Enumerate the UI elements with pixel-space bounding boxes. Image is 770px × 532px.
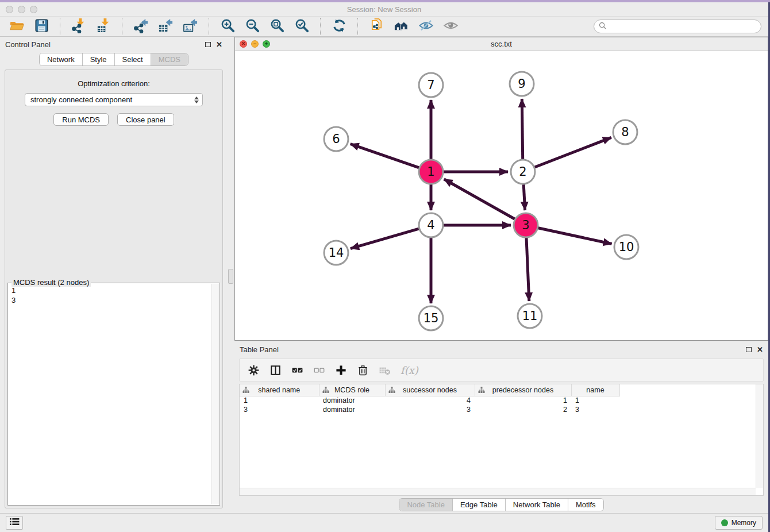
table-cell: dominator (319, 405, 385, 414)
graph-edge-2-8[interactable] (535, 137, 611, 167)
zoom-in-button[interactable] (218, 18, 237, 35)
table-cell: 1 (475, 396, 571, 405)
result-scrollbar[interactable] (211, 284, 219, 504)
table-row[interactable]: 1dominator411 (240, 396, 619, 405)
float-table-panel-icon[interactable] (746, 347, 752, 352)
new-network-from-selection-button[interactable] (367, 18, 386, 35)
graph-edge-2-9[interactable] (522, 99, 522, 159)
control-panel-header: Control Panel ✕ (0, 37, 228, 52)
delete-columns-icon[interactable] (357, 364, 369, 376)
column-header-name[interactable]: name (571, 384, 619, 396)
optimization-criterion-label: Optimization criterion: (78, 79, 150, 88)
first-neighbors-button[interactable] (391, 18, 411, 35)
table-cell: 1 (571, 396, 619, 405)
graph-node-label: 11 (522, 309, 538, 323)
save-session-button[interactable] (32, 18, 51, 35)
table-cell: 2 (475, 405, 571, 414)
table-horizontal-scrollbar[interactable] (240, 488, 756, 495)
graph-edge-4-14[interactable] (351, 229, 419, 249)
export-table-button[interactable] (156, 18, 175, 35)
tab-select[interactable]: Select (115, 53, 151, 65)
graph-edge-3-10[interactable] (538, 228, 612, 244)
criterion-dropdown[interactable]: strongly connected component (25, 93, 203, 106)
window-title: Session: New Session (0, 5, 768, 14)
two-houses-icon (394, 18, 409, 36)
export-image-button[interactable] (180, 18, 200, 35)
node-table[interactable]: shared name MCDS role successor nodes pr… (239, 384, 764, 496)
tab-motifs[interactable]: Motifs (568, 499, 603, 511)
refresh-icon (332, 18, 347, 36)
column-tree-icon (388, 387, 395, 395)
zoom-fit-button[interactable] (267, 18, 287, 35)
delete-table-icon (379, 364, 391, 376)
close-panel-icon[interactable]: ✕ (216, 41, 222, 48)
tab-network-table[interactable]: Network Table (506, 499, 568, 511)
memory-button-label: Memory (732, 519, 756, 527)
graph-node-label: 6 (332, 132, 340, 146)
close-panel-button[interactable]: Close panel (117, 113, 174, 126)
zoom-out-icon (245, 18, 260, 36)
network-canvas[interactable]: 7968124314101511 (235, 51, 768, 340)
task-history-button[interactable] (6, 516, 23, 530)
toolbar-separator (357, 18, 358, 35)
show-all-button[interactable] (441, 18, 460, 35)
tab-network[interactable]: Network (40, 53, 83, 65)
mcds-result-list[interactable]: 1 3 (9, 284, 211, 504)
memory-button[interactable]: Memory (715, 516, 763, 530)
tab-mcds[interactable]: MCDS (151, 53, 188, 65)
table-mode-gear-icon[interactable] (248, 364, 260, 376)
application-window: Session: New Session (0, 0, 770, 532)
import-network-icon (71, 18, 87, 36)
search-field[interactable] (594, 20, 761, 33)
table-cell: dominator (319, 396, 385, 405)
graph-node-label: 7 (427, 78, 434, 92)
export-network-button[interactable] (131, 18, 151, 35)
float-panel-icon[interactable] (205, 42, 211, 47)
search-icon (599, 21, 606, 32)
table-cell: 3 (240, 405, 319, 414)
tab-node-table[interactable]: Node Table (399, 499, 453, 511)
graph-edge-3-11[interactable] (526, 238, 529, 301)
close-table-panel-icon[interactable]: ✕ (757, 346, 763, 353)
column-header-mcds-role[interactable]: MCDS role (319, 384, 385, 396)
import-network-button[interactable] (69, 18, 88, 35)
node-table-body: 1dominator4113dominator323 (240, 396, 619, 414)
select-all-columns-icon[interactable] (291, 364, 303, 376)
table-row[interactable]: 3dominator323 (240, 405, 619, 414)
tab-style[interactable]: Style (83, 53, 115, 65)
import-table-icon (96, 18, 111, 36)
apply-function-icon: f(x) (401, 364, 418, 376)
refresh-view-button[interactable] (329, 18, 349, 35)
graph-edge-1-6[interactable] (351, 144, 419, 168)
window-titlebar[interactable]: Session: New Session (0, 2, 768, 16)
copy-network-icon (369, 18, 384, 36)
table-panel-title: Table Panel (240, 345, 279, 354)
column-header-predecessor-nodes[interactable]: predecessor nodes (475, 384, 571, 396)
zoom-selected-button[interactable] (292, 18, 311, 35)
graph-node-label: 2 (519, 165, 526, 179)
network-window-titlebar[interactable]: scc.txt ✕ − + (235, 37, 768, 51)
unselect-all-columns-icon[interactable] (313, 364, 325, 376)
main-toolbar (0, 16, 768, 37)
table-vertical-scrollbar[interactable] (756, 384, 763, 488)
show-columns-icon[interactable] (270, 364, 282, 376)
zoom-in-icon (220, 18, 236, 36)
column-header-shared-name[interactable]: shared name (240, 384, 319, 396)
graph-edge-2-3[interactable] (523, 184, 525, 210)
import-table-button[interactable] (94, 18, 113, 35)
panel-splitter-handle[interactable] (228, 269, 233, 284)
create-new-column-icon[interactable] (335, 364, 347, 376)
save-floppy-icon (34, 18, 49, 36)
column-header-successor-nodes[interactable]: successor nodes (385, 384, 475, 396)
export-network-icon (133, 18, 149, 36)
toolbar-separator (209, 18, 209, 35)
hide-selected-button[interactable] (416, 18, 436, 35)
memory-status-icon (721, 519, 728, 526)
zoom-selected-icon (294, 18, 310, 36)
open-session-button[interactable] (7, 18, 26, 35)
search-input[interactable] (609, 22, 756, 30)
graph-edge-3-1[interactable] (444, 179, 515, 219)
run-mcds-button[interactable]: Run MCDS (53, 113, 109, 126)
tab-edge-table[interactable]: Edge Table (453, 499, 506, 511)
zoom-out-button[interactable] (242, 18, 262, 35)
